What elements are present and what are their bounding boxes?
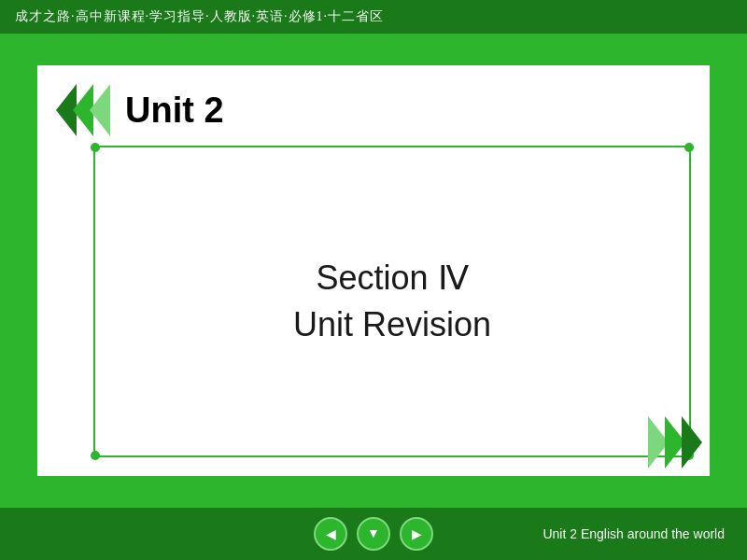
slide-container: Unit 2 Section Ⅳ Unit Revision xyxy=(37,65,710,476)
section-line1: Section Ⅳ xyxy=(293,255,491,301)
next-button[interactable]: ▶ xyxy=(400,517,433,551)
corner-dot-bl xyxy=(91,451,100,460)
unit-title: Unit 2 xyxy=(125,91,224,131)
chevrons-left-decoration xyxy=(56,84,110,136)
main-content: Unit 2 Section Ⅳ Unit Revision xyxy=(0,34,747,508)
nav-buttons: ◀ ▼ ▶ xyxy=(314,517,433,551)
corner-dot-tr xyxy=(684,143,694,152)
chevron-light-icon xyxy=(90,84,110,136)
unit-info-label: Unit 2 English around the world xyxy=(543,526,725,541)
unit-header: Unit 2 xyxy=(37,65,710,146)
bottom-bar: ◀ ▼ ▶ Unit 2 English around the world xyxy=(0,508,747,560)
section-content: Section Ⅳ Unit Revision xyxy=(293,255,491,349)
top-bar: 成才之路·高中新课程·学习指导·人教版·英语·必修1·十二省区 xyxy=(0,0,747,34)
chevron-right-dark-icon xyxy=(682,416,702,469)
prev-button[interactable]: ◀ xyxy=(314,517,347,551)
corner-dot-tl xyxy=(91,143,100,152)
chevrons-right-decoration xyxy=(648,416,702,469)
home-button[interactable]: ▼ xyxy=(357,517,390,551)
content-box: Section Ⅳ Unit Revision xyxy=(93,146,691,457)
breadcrumb: 成才之路·高中新课程·学习指导·人教版·英语·必修1·十二省区 xyxy=(15,8,384,25)
section-line2: Unit Revision xyxy=(293,301,491,348)
